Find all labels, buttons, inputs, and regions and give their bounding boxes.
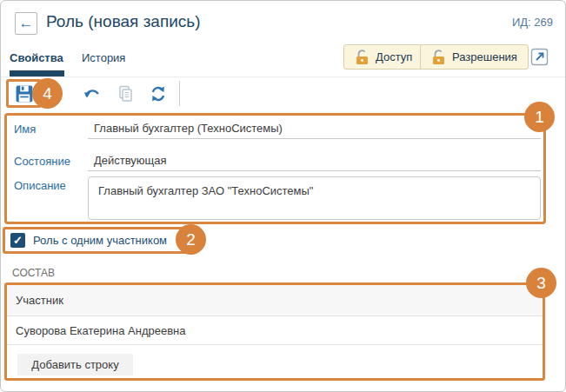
open-in-new-window-icon xyxy=(530,48,549,66)
callout-4: 4 xyxy=(32,78,63,109)
permissions-button-label: Разрешения xyxy=(452,50,517,63)
tab-history[interactable]: История xyxy=(82,51,125,64)
toolbar-divider xyxy=(179,81,180,106)
checkbox-label: Роль с одним участником xyxy=(33,234,167,247)
sostav-grid-region: Участник Суворова Екатерина Андреевна До… xyxy=(4,282,545,381)
state-field-label: Состояние xyxy=(14,155,70,168)
name-field-underline xyxy=(88,138,541,139)
callout-1: 1 xyxy=(524,102,555,132)
refresh-button[interactable] xyxy=(149,84,168,103)
grid-row-member[interactable]: Суворова Екатерина Андреевна xyxy=(7,316,543,345)
checkmark-icon: ✓ xyxy=(13,234,23,247)
back-button[interactable]: ← xyxy=(15,12,37,35)
save-icon xyxy=(15,84,34,103)
refresh-icon xyxy=(149,84,168,103)
callout-2: 2 xyxy=(176,224,206,255)
description-field-label: Описание xyxy=(14,179,66,192)
open-in-window-button[interactable] xyxy=(530,48,549,66)
tabs-divider xyxy=(1,76,566,77)
add-row-button[interactable]: Добавить строку xyxy=(17,354,133,375)
grid-column-header[interactable]: Участник xyxy=(7,285,543,316)
callout-3: 3 xyxy=(526,268,556,298)
access-button[interactable]: Доступ xyxy=(343,44,423,70)
access-button-label: Доступ xyxy=(376,50,412,63)
lock-icon xyxy=(355,49,370,65)
record-id: ИД: 269 xyxy=(512,16,553,29)
tab-properties[interactable]: Свойства xyxy=(10,51,63,64)
lock-icon xyxy=(431,49,446,65)
name-field-label: Имя xyxy=(14,123,36,136)
state-field-underline xyxy=(88,170,541,171)
copy-icon xyxy=(116,84,135,103)
description-textarea[interactable]: Главный бухгалтер ЗАО "ТехноСистемы" xyxy=(88,176,541,220)
undo-button[interactable] xyxy=(83,84,102,103)
role-card-window: ← Роль (новая запись) ИД: 269 Свойства И… xyxy=(0,0,566,392)
single-member-checkbox-row[interactable]: ✓ Роль с одним участником xyxy=(3,227,188,254)
undo-icon xyxy=(83,84,102,103)
permissions-button[interactable]: Разрешения xyxy=(420,44,529,70)
back-arrow-icon: ← xyxy=(19,15,34,31)
checkbox-checked[interactable]: ✓ xyxy=(10,233,25,248)
name-field-input[interactable]: Главный бухгалтер (ТехноСистемы) xyxy=(94,122,283,135)
form-fields-region: Имя Главный бухгалтер (ТехноСистемы) Сос… xyxy=(4,113,546,224)
page-title: Роль (новая запись) xyxy=(46,12,201,31)
state-field-input[interactable]: Действующая xyxy=(94,154,167,167)
sostav-section-title: СОСТАВ xyxy=(12,267,55,279)
copy-button[interactable] xyxy=(116,84,135,103)
active-tab-underline xyxy=(10,70,64,76)
